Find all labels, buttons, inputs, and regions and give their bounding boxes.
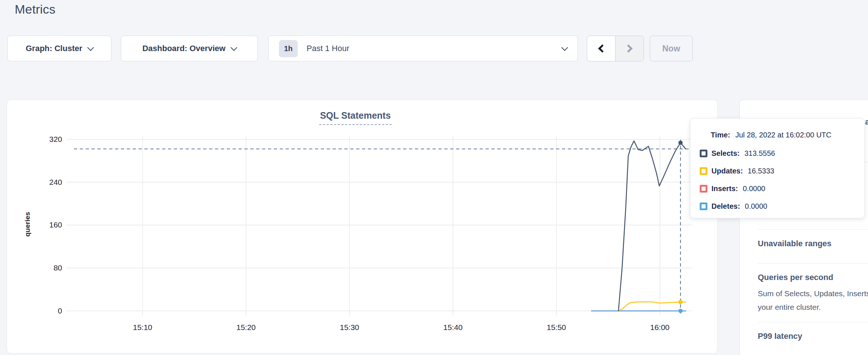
crosshair-dot-deletes	[678, 309, 683, 313]
tooltip-time-row: Time:Jul 28, 2022 at 16:02:00 UTC	[711, 131, 864, 139]
x-tick-label: 15:30	[340, 323, 359, 331]
series-swatch-icon	[700, 150, 707, 157]
x-tick-label: 15:50	[547, 323, 566, 331]
series-swatch-icon	[700, 185, 707, 193]
chevron-right-icon	[624, 44, 633, 53]
y-axis-label: queries	[23, 195, 32, 254]
chevron-down-icon	[561, 44, 568, 51]
sidebar-section-heading: Unavailable ranges	[758, 239, 868, 248]
tooltip-series-label: Updates:	[711, 167, 743, 175]
page-title: Metrics	[15, 2, 55, 17]
tooltip-series-label: Inserts:	[711, 184, 738, 193]
time-pager	[587, 36, 644, 61]
sidebar-section: Unavailable ranges	[758, 229, 868, 248]
time-range-dropdown[interactable]: 1h Past 1 Hour	[268, 36, 578, 61]
tooltip-series-value: 0.0000	[743, 184, 765, 193]
sidebar-section-heading: Queries per second	[758, 273, 868, 282]
sidebar-section-heading: P99 latency	[758, 331, 868, 341]
tooltip-series-row: Deletes:0.0000	[700, 201, 864, 212]
y-tick-label: 160	[49, 220, 62, 229]
dashboard-dropdown-label: Dashboard: Overview	[142, 44, 225, 53]
tooltip-series-label: Deletes:	[711, 202, 740, 211]
time-range-label: Past 1 Hour	[306, 44, 562, 53]
crosshair-dot-updates	[678, 300, 683, 304]
sql-statements-chart[interactable]: 08016024032015:1015:2015:3015:4015:5016:…	[7, 100, 718, 354]
y-tick-label: 80	[54, 263, 62, 272]
tooltip-series-value: 16.5333	[748, 167, 774, 175]
tooltip-time-value: Jul 28, 2022 at 16:02:00 UTC	[735, 131, 831, 139]
sql-statements-card: 08016024032015:1015:2015:3015:4015:5016:…	[7, 100, 718, 354]
series-line-selects	[618, 141, 686, 311]
sidebar-section: Queries per secondSum of Selects, Update…	[758, 263, 868, 314]
x-tick-label: 15:40	[443, 323, 463, 331]
tooltip-series-row: Selects:313.5556	[700, 148, 864, 159]
clipped-link-fragment	[866, 150, 868, 157]
x-tick-label: 15:20	[236, 323, 256, 331]
series-swatch-icon	[700, 202, 707, 210]
tooltip-time-label: Time:	[711, 131, 730, 139]
time-range-badge: 1h	[279, 40, 298, 57]
y-tick-label: 320	[49, 135, 62, 143]
tooltip-series-row: Updates:16.5333	[700, 165, 864, 176]
divider	[758, 263, 868, 263]
now-button[interactable]: Now	[650, 36, 693, 61]
graph-dropdown-label: Graph: Cluster	[26, 44, 82, 53]
sidebar-section-body: Sum of Selects, Updates, Inserts	[758, 287, 868, 300]
tooltip-series-row: Inserts:0.0000	[700, 183, 864, 194]
divider	[758, 229, 868, 230]
chevron-left-icon	[598, 44, 607, 53]
next-time-button[interactable]	[615, 36, 643, 61]
chevron-down-icon	[87, 44, 94, 51]
chevron-down-icon	[230, 44, 237, 51]
x-tick-label: 15:10	[133, 323, 153, 331]
sidebar-content: Unavailable rangesQueries per secondSum …	[758, 229, 868, 355]
tooltip-series-value: 313.5556	[745, 149, 775, 158]
sidebar-section-body: your entire cluster.	[758, 300, 868, 314]
crosshair-dot-selects	[678, 141, 683, 145]
tooltip-series-value: 0.0000	[745, 202, 767, 211]
clipped-text-fragment: a	[865, 117, 868, 125]
tooltip-series-label: Selects:	[711, 149, 740, 158]
y-tick-label: 0	[58, 306, 62, 315]
dashboard-dropdown[interactable]: Dashboard: Overview	[121, 36, 258, 61]
chart-title[interactable]: SQL Statements	[319, 110, 392, 125]
y-tick-label: 240	[49, 178, 62, 186]
divider	[758, 322, 868, 322]
graph-dropdown[interactable]: Graph: Cluster	[7, 36, 111, 61]
sidebar-section: P99 latency	[758, 322, 868, 341]
x-tick-label: 16:00	[650, 323, 670, 331]
prev-time-button[interactable]	[587, 36, 615, 61]
series-line-updates	[618, 302, 686, 311]
chart-hover-tooltip: Time:Jul 28, 2022 at 16:02:00 UTC Select…	[690, 118, 865, 218]
series-swatch-icon	[700, 167, 707, 175]
